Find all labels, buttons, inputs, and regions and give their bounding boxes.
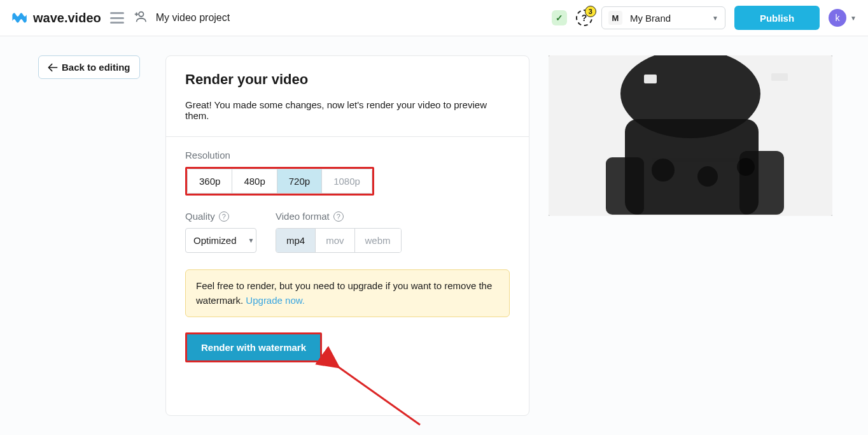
brand-letter: M bbox=[608, 11, 622, 25]
resolution-highlight: 360p 480p 720p 1080p bbox=[185, 167, 374, 196]
brand-select[interactable]: M My Brand ▼ bbox=[601, 6, 725, 29]
back-label: Back to editing bbox=[62, 62, 130, 73]
format-mov[interactable]: mov bbox=[316, 229, 354, 252]
render-card: Render your video Great! You made some c… bbox=[165, 55, 529, 416]
svg-rect-10 bbox=[771, 73, 788, 81]
resolution-1080p[interactable]: 1080p bbox=[322, 169, 372, 193]
svg-point-6 bbox=[652, 159, 675, 182]
upgrade-link[interactable]: Upgrade now. bbox=[246, 295, 305, 306]
help-icon[interactable]: ? bbox=[219, 211, 229, 222]
svg-point-8 bbox=[737, 158, 755, 176]
arrow-left-icon bbox=[48, 63, 58, 72]
svg-point-7 bbox=[697, 166, 718, 187]
logo[interactable]: wave.video bbox=[11, 11, 101, 25]
card-title: Render your video bbox=[185, 71, 510, 88]
resolution-720p[interactable]: 720p bbox=[277, 169, 322, 193]
back-to-editing-button[interactable]: Back to editing bbox=[38, 55, 140, 79]
svg-point-0 bbox=[139, 12, 143, 17]
menu-icon[interactable] bbox=[110, 12, 124, 24]
resolution-480p[interactable]: 480p bbox=[232, 169, 277, 193]
project-name[interactable]: My video project bbox=[156, 12, 230, 24]
chevron-down-icon: ▼ bbox=[850, 15, 857, 22]
resolution-label: Resolution bbox=[185, 150, 510, 160]
quality-label: Quality ? bbox=[185, 211, 256, 222]
app-header: wave.video My video project ✓ ? 3 M My B… bbox=[0, 0, 868, 36]
wave-logo-icon bbox=[11, 11, 29, 25]
chevron-down-icon: ▼ bbox=[712, 15, 718, 22]
resolution-360p[interactable]: 360p bbox=[188, 169, 232, 193]
save-status-icon: ✓ bbox=[552, 10, 567, 25]
help-icon[interactable]: ? bbox=[333, 211, 344, 222]
page-body: Back to editing Render your video Great!… bbox=[0, 36, 868, 435]
format-mp4[interactable]: mp4 bbox=[276, 229, 316, 252]
help-count-badge: 3 bbox=[585, 6, 596, 17]
card-subtitle: Great! You made some changes, now let's … bbox=[185, 99, 510, 121]
svg-rect-9 bbox=[644, 75, 657, 83]
brand-label: My Brand bbox=[630, 13, 704, 24]
render-highlight: Render with watermark bbox=[185, 332, 322, 362]
format-segment: mp4 mov webm bbox=[276, 228, 402, 253]
format-label: Video format ? bbox=[276, 211, 402, 222]
upgrade-banner: Feel free to render, but you need to upg… bbox=[185, 269, 510, 317]
publish-button[interactable]: Publish bbox=[734, 6, 820, 30]
logo-text: wave.video bbox=[33, 11, 101, 25]
quality-value: Optimized bbox=[193, 235, 237, 246]
svg-rect-4 bbox=[606, 157, 644, 215]
video-preview-thumbnail bbox=[549, 55, 832, 216]
format-webm[interactable]: webm bbox=[355, 229, 401, 252]
invite-user-icon[interactable] bbox=[133, 10, 147, 26]
resolution-segment: 360p 480p 720p 1080p bbox=[187, 169, 372, 194]
help-button[interactable]: ? 3 bbox=[576, 10, 592, 26]
chevron-down-icon: ▼ bbox=[248, 237, 255, 244]
avatar: k bbox=[829, 9, 846, 27]
render-with-watermark-button[interactable]: Render with watermark bbox=[187, 334, 320, 360]
banner-text: Feel free to render, but you need to upg… bbox=[196, 280, 492, 306]
user-menu[interactable]: k ▼ bbox=[829, 9, 857, 27]
quality-select[interactable]: Optimized ▼ bbox=[185, 228, 256, 253]
